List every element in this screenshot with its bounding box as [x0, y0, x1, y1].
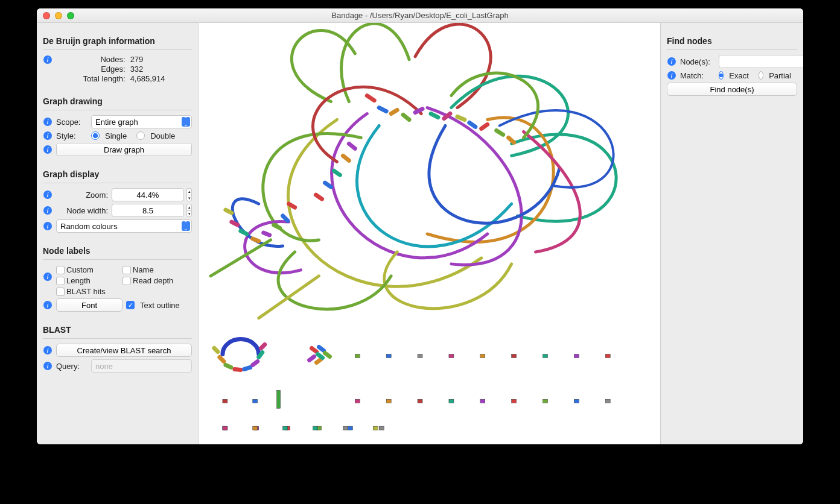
svg-rect-92 — [343, 426, 348, 430]
font-button[interactable]: Font — [56, 298, 122, 312]
custom-check[interactable] — [56, 266, 65, 274]
info-icon[interactable]: i — [43, 117, 52, 127]
info-icon[interactable]: i — [667, 71, 676, 80]
info-icon[interactable]: i — [43, 272, 52, 282]
style-single-label: Single — [105, 131, 127, 140]
info-icon[interactable]: i — [667, 57, 676, 66]
info-icon[interactable]: i — [43, 206, 52, 215]
zoom-stepper[interactable]: ▴▾ — [186, 188, 192, 201]
scope-select[interactable]: Entire graph — [91, 115, 192, 128]
separator — [43, 110, 192, 110]
blasthits-label: BLAST hits — [66, 287, 106, 296]
match-exact-radio[interactable] — [719, 71, 724, 80]
svg-line-41 — [226, 210, 232, 213]
svg-rect-68 — [574, 354, 579, 358]
separator — [43, 259, 192, 260]
match-label: Match: — [680, 71, 715, 80]
info-icon[interactable]: i — [43, 361, 52, 371]
svg-line-36 — [274, 225, 280, 228]
zoom-input[interactable] — [112, 188, 184, 201]
info-icon[interactable]: i — [43, 221, 52, 231]
svg-line-53 — [261, 345, 265, 348]
svg-rect-78 — [605, 399, 610, 403]
info-icon[interactable]: i — [43, 190, 52, 200]
svg-line-58 — [316, 359, 321, 362]
svg-line-49 — [235, 369, 241, 370]
separator — [43, 183, 192, 183]
scope-row: i Scope: Entire graph — [43, 115, 192, 128]
match-partial-radio[interactable] — [759, 71, 763, 80]
svg-line-32 — [497, 130, 503, 134]
blasthits-check[interactable] — [56, 288, 65, 296]
nodewidth-label: Node width: — [56, 206, 108, 215]
draw-row: i Draw graph — [43, 143, 192, 156]
svg-rect-87 — [253, 399, 258, 403]
svg-line-33 — [509, 137, 514, 142]
labels-check-grid: Custom Name Length Read depth BLAST hits — [56, 265, 189, 296]
svg-line-59 — [310, 356, 314, 360]
svg-rect-71 — [386, 399, 391, 403]
info-icon[interactable]: i — [43, 345, 52, 355]
svg-rect-64 — [449, 354, 454, 358]
svg-rect-90 — [283, 426, 288, 430]
separator — [667, 49, 797, 50]
zoom-label: Zoom: — [56, 191, 108, 200]
svg-line-35 — [283, 216, 288, 221]
match-partial-label: Partial — [769, 71, 791, 80]
nodes-field-label: Node(s): — [680, 57, 715, 66]
svg-rect-84 — [379, 426, 384, 430]
nodes-input[interactable] — [719, 55, 803, 68]
style-double-label: Double — [150, 131, 175, 140]
app-window: Bandage - /Users/Ryan/Desktop/E_coli_Las… — [37, 8, 803, 444]
find-nodes-row: i Node(s): — [667, 55, 797, 68]
length-label: Total length: — [83, 74, 126, 83]
svg-line-43 — [343, 156, 349, 160]
window-title: Bandage - /Users/Ryan/Desktop/E_coli_Las… — [37, 11, 803, 20]
find-nodes-button[interactable]: Find node(s) — [667, 83, 797, 96]
graph-canvas[interactable] — [198, 23, 661, 444]
textoutline-check[interactable] — [126, 301, 135, 309]
info-icon[interactable]: i — [43, 300, 52, 310]
style-double-radio[interactable] — [136, 131, 145, 140]
colour-select[interactable]: Random colours — [56, 219, 192, 233]
content: De Bruijn graph information i Nodes: 279… — [37, 23, 803, 444]
svg-line-39 — [241, 231, 247, 234]
svg-line-25 — [403, 115, 409, 120]
info-icon[interactable]: i — [43, 55, 52, 65]
svg-line-40 — [232, 222, 238, 225]
name-label: Name — [133, 265, 154, 274]
svg-line-54 — [214, 348, 218, 352]
left-sidebar: De Bruijn graph information i Nodes: 279… — [37, 23, 198, 444]
nodewidth-stepper[interactable]: ▴▾ — [186, 204, 192, 217]
textoutline-label: Text outline — [140, 301, 180, 310]
svg-rect-76 — [543, 399, 548, 403]
separator — [43, 338, 192, 339]
style-label: Style: — [56, 131, 88, 140]
svg-line-57 — [325, 353, 329, 356]
info-icon[interactable]: i — [43, 145, 52, 154]
svg-rect-77 — [574, 399, 579, 403]
style-single-radio[interactable] — [91, 131, 100, 140]
svg-rect-74 — [480, 399, 485, 403]
edges-label: Edges: — [83, 65, 126, 74]
readdepth-check[interactable] — [122, 277, 131, 285]
svg-line-23 — [379, 108, 386, 112]
length-check[interactable] — [56, 277, 65, 285]
draw-graph-button[interactable]: Draw graph — [56, 143, 192, 156]
blast-create-button[interactable]: Create/view BLAST search — [56, 344, 192, 357]
nodes-label: Nodes: — [83, 55, 126, 64]
svg-line-52 — [259, 352, 262, 357]
svg-rect-61 — [355, 354, 360, 358]
svg-line-29 — [457, 117, 465, 120]
name-check[interactable] — [122, 266, 131, 274]
svg-line-27 — [431, 114, 438, 118]
svg-line-51 — [253, 361, 258, 365]
svg-rect-67 — [543, 354, 548, 358]
titlebar: Bandage - /Users/Ryan/Desktop/E_coli_Las… — [37, 8, 803, 23]
svg-line-56 — [319, 347, 323, 351]
svg-line-55 — [312, 348, 317, 352]
svg-rect-91 — [313, 426, 318, 430]
info-icon[interactable]: i — [43, 131, 52, 140]
labels-heading: Node labels — [43, 246, 192, 256]
nodewidth-input[interactable] — [112, 204, 184, 217]
